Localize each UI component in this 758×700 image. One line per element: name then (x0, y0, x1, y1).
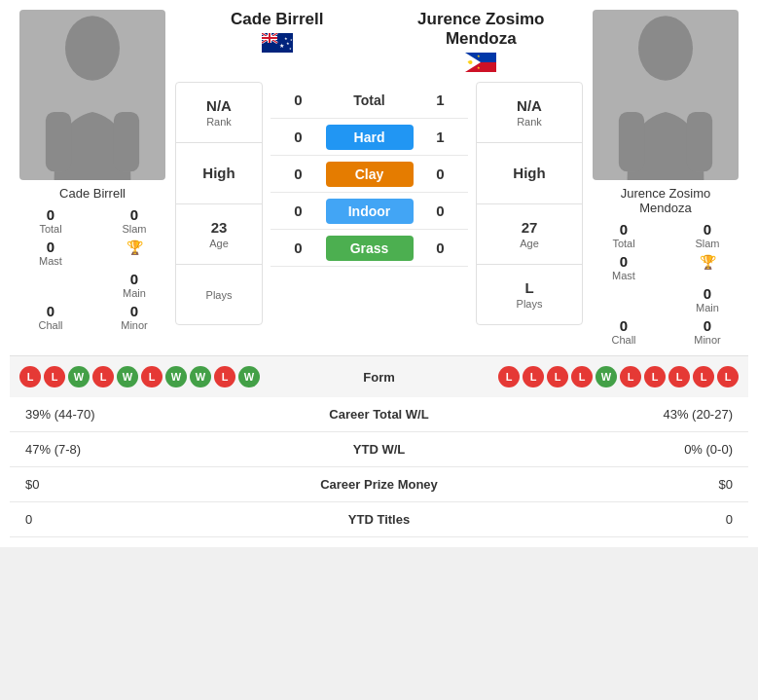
stat-right-value: 0% (0-0) (515, 432, 748, 467)
form-badge-right: L (498, 366, 520, 387)
left-minor-stat: 0 Minor (97, 303, 171, 331)
right-mast-stat: 0 Mast (587, 253, 661, 281)
stat-right-value: $0 (515, 467, 748, 502)
form-badge-left: W (190, 366, 211, 387)
form-badge-right: L (620, 366, 641, 387)
form-badge-right: L (547, 366, 568, 387)
right-header-name-line1: Jurence Zosimo (379, 10, 584, 29)
right-trophy-icon: 🏆 (700, 254, 716, 270)
stat-right-value: 0 (515, 502, 748, 537)
ph-flag-icon: ★ ★ ★ (465, 53, 496, 72)
svg-text:★: ★ (477, 54, 481, 58)
svg-text:★: ★ (467, 59, 471, 64)
grass-surface-btn[interactable]: Grass (326, 236, 414, 261)
form-badge-left: L (141, 366, 162, 387)
svg-rect-27 (619, 112, 644, 171)
grass-score-row: 0 Grass 0 (271, 230, 468, 267)
left-player-stats: 0 Total 0 Slam 0 Mast 🏆 0 Main (10, 206, 175, 331)
combined-stats-row: N/A Rank High 23 Age Plays (175, 82, 583, 325)
left-header: Cade Birrell (175, 10, 379, 76)
players-section: Cade Birrell 0 Total 0 Slam 0 Mast 🏆 (10, 10, 748, 346)
left-player-avatar (19, 10, 165, 180)
svg-text:★: ★ (284, 36, 288, 41)
right-slam-stat: 0 Slam (670, 221, 744, 249)
right-high-panel-cell: High (477, 143, 582, 203)
center-scores: 0 Total 1 0 Hard 1 0 Clay 0 (271, 82, 468, 325)
right-main-stat: 0 Main (670, 285, 744, 313)
left-high-panel-cell: High (176, 143, 262, 203)
clay-score-row: 0 Clay 0 (271, 156, 468, 193)
left-slam-stat: 0 Slam (97, 206, 171, 235)
right-chall-stat: 0 Chall (587, 317, 661, 346)
right-player-name: Jurence Zosimo Mendoza (621, 186, 710, 215)
left-rank-panel-cell: N/A Rank (176, 83, 262, 143)
right-player-avatar (593, 10, 739, 180)
stat-left-value: 47% (7-8) (10, 432, 243, 467)
form-badge-right: L (693, 366, 714, 387)
right-minor-stat: 0 Minor (670, 317, 744, 346)
clay-surface-btn[interactable]: Clay (326, 162, 414, 187)
form-badge-left: W (165, 366, 187, 387)
left-chall-stat: 0 Chall (14, 303, 88, 331)
left-stats-panel: N/A Rank High 23 Age Plays (175, 82, 263, 325)
right-player-card: Jurence Zosimo Mendoza 0 Total 0 Slam 0 … (583, 10, 748, 346)
left-age-panel-cell: 23 Age (176, 204, 262, 265)
right-rank-panel-cell: N/A Rank (477, 83, 582, 143)
svg-point-26 (638, 16, 693, 81)
right-header-name-line2: Mendoza (379, 29, 584, 49)
left-main-stat-row2: 0 Main (97, 271, 171, 299)
stats-row: 47% (7-8) YTD W/L 0% (0-0) (10, 432, 748, 467)
indoor-score-row: 0 Indoor 0 (271, 193, 468, 230)
stats-row: $0 Career Prize Money $0 (10, 467, 748, 502)
stat-left-value: 0 (10, 502, 243, 537)
right-trophy-icon-cell: 🏆 (670, 253, 744, 281)
total-score-row: 0 Total 1 (271, 82, 468, 119)
hard-surface-btn[interactable]: Hard (326, 125, 414, 150)
form-badge-right: L (571, 366, 593, 387)
svg-rect-2 (114, 112, 139, 171)
right-header: Jurence Zosimo Mendoza ★ ★ ★ (379, 10, 584, 76)
form-badge-left: W (68, 366, 90, 387)
svg-rect-28 (687, 112, 712, 171)
left-player-card: Cade Birrell 0 Total 0 Slam 0 Mast 🏆 (10, 10, 175, 346)
form-badge-left: W (117, 366, 138, 387)
au-flag-icon: ★ ★ ★ ★ ★ (262, 33, 293, 53)
career-stats-table: 39% (44-70) Career Total W/L 43% (20-27)… (10, 397, 748, 537)
svg-text:★: ★ (289, 47, 292, 51)
form-badge-right: W (596, 366, 617, 387)
left-mast-stat: 0 Mast (14, 239, 88, 267)
form-badge-left: W (238, 366, 260, 387)
left-trophy-icon-cell: 🏆 (97, 239, 171, 267)
left-total-stat: 0 Total (14, 206, 88, 235)
form-badge-right: L (523, 366, 544, 387)
stat-left-value: $0 (10, 467, 243, 502)
svg-text:★: ★ (477, 65, 481, 70)
form-badge-left: L (214, 366, 235, 387)
form-badge-right: L (644, 366, 666, 387)
indoor-surface-btn[interactable]: Indoor (326, 199, 414, 224)
left-plays-panel-cell: Plays (176, 265, 262, 324)
left-form-badges: LLWLWLWWLW (19, 366, 333, 387)
form-section: LLWLWLWWLW Form LLLLWLLLLL (10, 355, 748, 397)
form-badge-left: L (44, 366, 65, 387)
svg-point-0 (65, 16, 120, 81)
main-container: Cade Birrell 0 Total 0 Slam 0 Mast 🏆 (0, 0, 758, 547)
right-total-stat: 0 Total (587, 221, 661, 249)
stat-center-label: Career Prize Money (243, 467, 515, 502)
stat-center-label: YTD W/L (243, 432, 515, 467)
hard-score-row: 0 Hard 1 (271, 119, 468, 156)
form-badge-left: L (92, 366, 114, 387)
right-age-panel-cell: 27 Age (477, 204, 582, 265)
left-player-name: Cade Birrell (59, 186, 126, 201)
form-badge-right: L (717, 366, 739, 387)
svg-rect-13 (262, 37, 277, 39)
right-stats-panel: N/A Rank High 27 Age L Plays (476, 82, 583, 325)
form-label: Form (341, 370, 418, 385)
right-player-stats: 0 Total 0 Slam 0 Mast 🏆 0 Main (583, 221, 748, 346)
left-flag: ★ ★ ★ ★ ★ (175, 33, 379, 56)
right-plays-panel-cell: L Plays (477, 265, 582, 324)
stat-right-value: 43% (20-27) (515, 397, 748, 432)
stats-row: 39% (44-70) Career Total W/L 43% (20-27) (10, 397, 748, 432)
svg-rect-1 (46, 112, 71, 171)
left-header-name: Cade Birrell (175, 10, 379, 29)
